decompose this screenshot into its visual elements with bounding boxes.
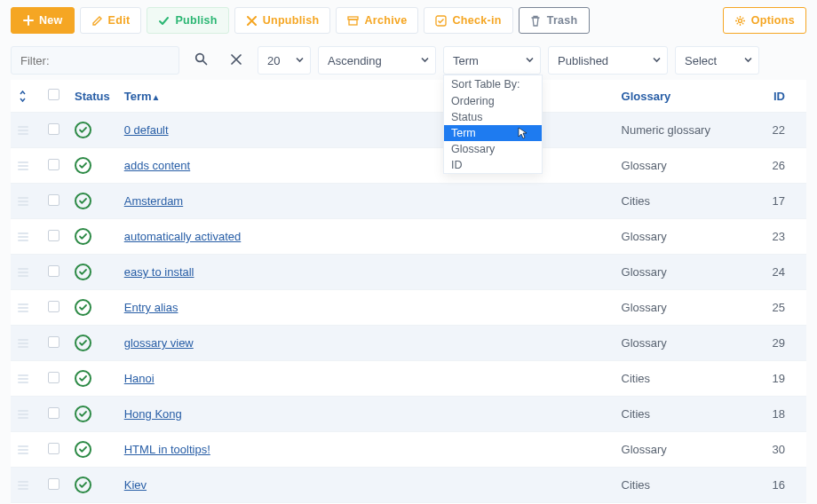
row-id: 24 — [765, 255, 806, 290]
term-link[interactable]: Hanoi — [124, 372, 155, 385]
glossary-name: Cities — [622, 407, 651, 421]
table-row: KievCities16 — [11, 468, 806, 503]
direction-select[interactable]: Ascending — [318, 46, 436, 75]
row-checkbox[interactable] — [48, 478, 59, 490]
col-status[interactable]: Status — [67, 80, 117, 113]
glossary-name: Glossary — [622, 230, 667, 243]
new-label: New — [39, 14, 63, 27]
drag-handle-icon[interactable] — [18, 161, 34, 170]
state-select[interactable]: Published — [548, 46, 668, 75]
term-link[interactable]: easy to install — [124, 265, 194, 279]
select-all-checkbox[interactable] — [48, 89, 59, 100]
row-checkbox[interactable] — [48, 407, 59, 419]
row-id: 23 — [765, 219, 806, 255]
dropdown-option[interactable]: Glossary — [444, 141, 542, 157]
drag-handle-icon[interactable] — [18, 410, 34, 419]
edit-button[interactable]: Edit — [80, 7, 142, 34]
glossary-name: Glossary — [622, 301, 667, 314]
archive-button[interactable]: Archive — [336, 7, 418, 34]
publish-button[interactable]: Publish — [147, 7, 228, 34]
drag-handle-icon[interactable] — [18, 374, 34, 383]
toolbar: New Edit Publish Unpublish Archive Check… — [11, 7, 806, 34]
new-button[interactable]: New — [11, 7, 75, 34]
trash-label: Trash — [547, 14, 578, 27]
row-id: 25 — [765, 290, 806, 326]
status-published-icon[interactable] — [75, 122, 91, 138]
term-link[interactable]: automatically activated — [124, 230, 242, 243]
term-link[interactable]: Entry alias — [124, 301, 178, 314]
items-table: Status Term▲ Glossary ID 0 defaultNumeri… — [11, 80, 806, 504]
page-size-select[interactable]: 20 — [258, 46, 311, 75]
term-link[interactable]: adds content — [124, 159, 190, 172]
unpublish-label: Unpublish — [263, 14, 320, 27]
glossary-name: Glossary — [622, 336, 667, 350]
row-checkbox[interactable] — [48, 372, 59, 383]
drag-handle-icon[interactable] — [18, 339, 34, 348]
filter-bar: 20 Ascending Term Sort Table By: Orderin… — [11, 46, 806, 75]
drag-handle-icon[interactable] — [18, 197, 34, 206]
sort-column-select[interactable]: Term Sort Table By: OrderingStatusTermGl… — [443, 46, 541, 75]
options-button[interactable]: Options — [723, 7, 806, 34]
checkin-button[interactable]: Check-in — [424, 7, 512, 34]
drag-handle-icon[interactable] — [18, 126, 34, 135]
drag-handle-icon[interactable] — [18, 268, 34, 277]
term-link[interactable]: glossary view — [124, 336, 194, 350]
category-select[interactable]: Select — [675, 46, 759, 75]
status-published-icon[interactable] — [75, 299, 91, 316]
dropdown-option[interactable]: Ordering — [444, 93, 542, 109]
row-checkbox[interactable] — [48, 301, 59, 312]
table-row: adds contentGlossary26 — [11, 148, 806, 184]
col-glossary[interactable]: Glossary — [615, 80, 765, 113]
drag-handle-icon[interactable] — [18, 232, 34, 241]
row-checkbox[interactable] — [48, 336, 59, 348]
status-published-icon[interactable] — [75, 441, 91, 458]
table-row: AmsterdamCities17 — [11, 184, 806, 219]
status-published-icon[interactable] — [75, 370, 91, 387]
sort-asc-icon: ▲ — [152, 92, 161, 102]
term-link[interactable]: Amsterdam — [124, 194, 183, 208]
glossary-name: Numeric glossary — [622, 123, 710, 137]
status-published-icon[interactable] — [75, 264, 91, 280]
status-published-icon[interactable] — [75, 406, 91, 422]
publish-label: Publish — [175, 14, 217, 27]
dropdown-option[interactable]: ID — [444, 157, 542, 173]
term-link[interactable]: Kiev — [124, 478, 147, 492]
row-checkbox[interactable] — [48, 159, 59, 170]
sort-dropdown: Sort Table By: OrderingStatusTermGlossar… — [443, 75, 543, 174]
checkbox-icon — [435, 15, 447, 27]
drag-handle-icon[interactable] — [18, 445, 34, 454]
row-checkbox[interactable] — [48, 230, 59, 241]
table-row: glossary viewGlossary29 — [11, 326, 806, 361]
term-link[interactable]: Hong Kong — [124, 407, 182, 421]
row-checkbox[interactable] — [48, 443, 59, 454]
col-id[interactable]: ID — [765, 80, 806, 113]
trash-button[interactable]: Trash — [519, 7, 590, 34]
chevron-down-icon — [420, 54, 430, 67]
table-row: Entry aliasGlossary25 — [11, 290, 806, 326]
row-checkbox[interactable] — [48, 123, 59, 135]
archive-label: Archive — [364, 14, 407, 27]
dropdown-option[interactable]: Status — [444, 109, 542, 125]
clear-button[interactable] — [222, 46, 250, 75]
drag-handle-icon[interactable] — [18, 303, 34, 312]
status-published-icon[interactable] — [75, 157, 91, 174]
status-published-icon[interactable] — [75, 476, 91, 493]
archive-icon — [347, 15, 359, 27]
term-link[interactable]: HTML in tooltips! — [124, 443, 210, 456]
drag-handle-icon[interactable] — [18, 481, 34, 490]
sort-icon[interactable] — [18, 91, 34, 102]
search-icon — [194, 52, 208, 68]
check-icon — [158, 15, 170, 27]
row-checkbox[interactable] — [48, 265, 59, 277]
term-link[interactable]: 0 default — [124, 123, 169, 137]
chevron-down-icon — [525, 54, 535, 67]
status-published-icon[interactable] — [75, 228, 91, 245]
search-button[interactable] — [186, 46, 215, 75]
row-checkbox[interactable] — [48, 194, 59, 206]
unpublish-button[interactable]: Unpublish — [234, 7, 331, 34]
dropdown-option[interactable]: Term — [444, 125, 542, 141]
status-published-icon[interactable] — [75, 335, 91, 351]
filter-input[interactable] — [11, 46, 179, 75]
chevron-down-icon — [652, 54, 662, 67]
status-published-icon[interactable] — [75, 193, 91, 209]
